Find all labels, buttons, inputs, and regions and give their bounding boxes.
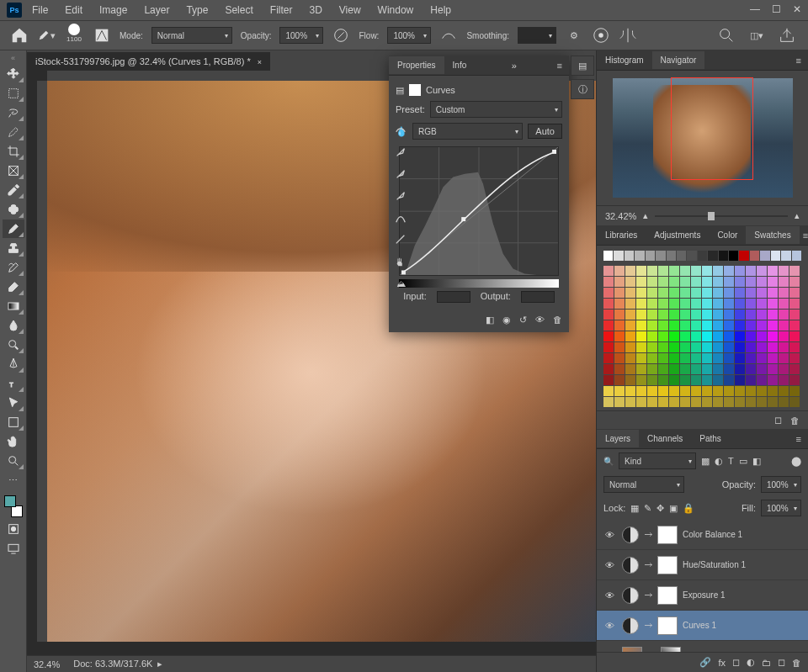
layer-filter-select[interactable]: Kind bbox=[619, 452, 696, 469]
swatch[interactable] bbox=[603, 288, 614, 298]
swatch[interactable] bbox=[713, 320, 723, 331]
filter-type-icon[interactable]: T bbox=[728, 456, 734, 466]
swatch[interactable] bbox=[768, 288, 778, 298]
quick-select-tool[interactable] bbox=[3, 123, 24, 141]
visibility-icon[interactable]: 👁 bbox=[602, 621, 617, 631]
swatch[interactable] bbox=[713, 310, 723, 320]
swatch[interactable] bbox=[713, 386, 723, 396]
pressure-size-icon[interactable] bbox=[592, 26, 610, 45]
swatch[interactable] bbox=[702, 386, 712, 396]
swatches-menu-icon[interactable]: ≡ bbox=[800, 230, 808, 241]
smoothing-input[interactable] bbox=[518, 27, 556, 44]
swatch[interactable] bbox=[713, 375, 723, 385]
swatch[interactable] bbox=[680, 397, 690, 407]
swatch[interactable] bbox=[779, 299, 789, 309]
swatch[interactable] bbox=[614, 320, 625, 331]
swatch[interactable] bbox=[669, 299, 679, 309]
layer-style-icon[interactable]: fx bbox=[718, 658, 726, 668]
swatch[interactable] bbox=[625, 342, 635, 352]
swatch[interactable] bbox=[614, 342, 625, 352]
swatch[interactable] bbox=[779, 310, 789, 320]
collapsed-history-icon[interactable]: ▤ bbox=[571, 56, 594, 76]
close-icon[interactable]: ✕ bbox=[793, 3, 801, 15]
swatch[interactable] bbox=[735, 364, 745, 374]
swatch[interactable] bbox=[702, 397, 712, 407]
layer-mask[interactable] bbox=[657, 616, 678, 635]
layers-menu-icon[interactable]: ≡ bbox=[793, 434, 805, 444]
swatch[interactable] bbox=[768, 277, 778, 287]
swatch[interactable] bbox=[789, 353, 800, 363]
menu-edit[interactable]: Edit bbox=[58, 1, 89, 19]
screenmode-tool[interactable] bbox=[3, 539, 24, 558]
menu-file[interactable]: File bbox=[25, 1, 55, 19]
swatch[interactable] bbox=[680, 364, 690, 374]
dodge-tool[interactable] bbox=[3, 336, 24, 354]
swatch[interactable] bbox=[680, 331, 690, 341]
swatch[interactable] bbox=[746, 310, 756, 320]
swatch[interactable] bbox=[779, 266, 789, 276]
swatch[interactable] bbox=[658, 310, 668, 320]
swatch[interactable] bbox=[669, 266, 679, 276]
swatch[interactable] bbox=[757, 397, 767, 407]
swatch[interactable] bbox=[768, 331, 778, 341]
swatch[interactable] bbox=[746, 386, 756, 396]
zoom-out-icon[interactable]: ▴ bbox=[643, 210, 648, 221]
swatch[interactable] bbox=[625, 277, 635, 287]
menu-filter[interactable]: Filter bbox=[263, 1, 300, 19]
zoom-in-icon[interactable]: ▴ bbox=[795, 210, 800, 221]
swatch[interactable] bbox=[724, 342, 734, 352]
filter-adjust-icon[interactable]: ◐ bbox=[715, 456, 723, 467]
frame-tool[interactable] bbox=[3, 161, 24, 180]
swatch[interactable] bbox=[789, 386, 800, 396]
swatch[interactable] bbox=[691, 375, 701, 385]
swatch[interactable] bbox=[724, 353, 734, 363]
swatch[interactable] bbox=[735, 375, 745, 385]
swatch[interactable] bbox=[691, 266, 701, 276]
preset-select[interactable]: Custom bbox=[430, 101, 562, 118]
swatch[interactable] bbox=[603, 331, 614, 341]
swatch[interactable] bbox=[789, 277, 800, 287]
brush-panel-icon[interactable] bbox=[93, 26, 111, 45]
new-swatch-icon[interactable]: ◻ bbox=[774, 415, 782, 426]
swatch[interactable] bbox=[779, 397, 789, 407]
swatch[interactable] bbox=[768, 320, 778, 331]
filter-toggle[interactable]: ⬤ bbox=[791, 456, 801, 467]
visibility-icon[interactable]: 👁 bbox=[602, 560, 617, 570]
swatch[interactable] bbox=[757, 342, 767, 352]
swatch[interactable] bbox=[724, 299, 734, 309]
swatch[interactable] bbox=[691, 277, 701, 287]
swatch[interactable] bbox=[691, 353, 701, 363]
swatch[interactable] bbox=[702, 299, 712, 309]
swatch[interactable] bbox=[768, 375, 778, 385]
swatch[interactable] bbox=[603, 277, 614, 287]
layer-blend-select[interactable]: Normal bbox=[603, 476, 684, 493]
swatch[interactable] bbox=[646, 251, 655, 261]
swatch[interactable] bbox=[713, 364, 723, 374]
eraser-tool[interactable] bbox=[3, 278, 24, 296]
swatch[interactable] bbox=[789, 320, 800, 331]
swatch[interactable] bbox=[719, 251, 728, 261]
swatch[interactable] bbox=[614, 299, 625, 309]
swatch[interactable] bbox=[658, 386, 668, 396]
swatch[interactable] bbox=[779, 277, 789, 287]
pen-tool[interactable] bbox=[3, 355, 24, 373]
swatch[interactable] bbox=[779, 375, 789, 385]
swatch[interactable] bbox=[636, 386, 646, 396]
swatch[interactable] bbox=[768, 310, 778, 320]
swatch[interactable] bbox=[757, 320, 767, 331]
menu-type[interactable]: Type bbox=[179, 1, 215, 19]
swatch[interactable] bbox=[680, 375, 690, 385]
swatch[interactable] bbox=[625, 375, 635, 385]
swatch[interactable] bbox=[647, 331, 657, 341]
swatch[interactable] bbox=[669, 310, 679, 320]
swatch[interactable] bbox=[636, 353, 646, 363]
swatch[interactable] bbox=[647, 266, 657, 276]
history-brush-tool[interactable] bbox=[3, 258, 24, 277]
maximize-icon[interactable]: ☐ bbox=[772, 3, 781, 15]
swatch[interactable] bbox=[656, 251, 665, 261]
home-icon[interactable] bbox=[10, 26, 29, 45]
swatch[interactable] bbox=[735, 320, 745, 331]
swatch[interactable] bbox=[614, 266, 625, 276]
panel-menu-icon[interactable]: ≡ bbox=[793, 56, 805, 66]
search-icon[interactable] bbox=[717, 26, 736, 45]
